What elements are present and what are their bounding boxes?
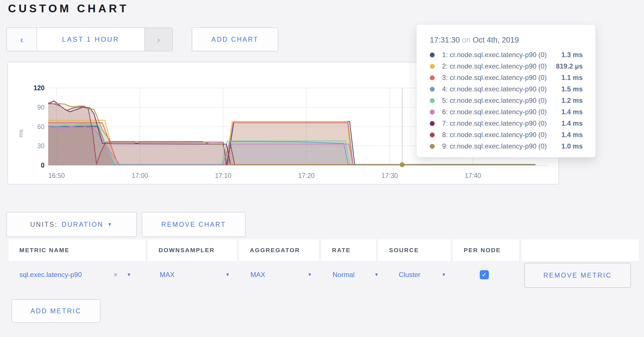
- series-color-dot-icon: [430, 110, 435, 115]
- series-label: 8: cr.node.sql.exec.latency-p90 (0): [442, 131, 561, 139]
- x-tick-label: 16:50: [48, 172, 65, 179]
- series-value: 1.4 ms: [561, 119, 583, 127]
- tooltip-series-row: 8: cr.node.sql.exec.latency-p90 (0)1.4 m…: [430, 129, 583, 141]
- time-range-label[interactable]: LAST 1 HOUR: [37, 28, 144, 51]
- series-label: 7: cr.node.sql.exec.latency-p90 (0): [442, 119, 561, 127]
- units-value: DURATION: [62, 221, 103, 228]
- check-icon: ✓: [482, 271, 487, 278]
- x-tick-label: 17:20: [298, 172, 315, 179]
- y-tick-label: 120: [34, 84, 44, 92]
- col-header-source: SOURCE: [378, 239, 451, 261]
- tooltip-series-row: 7: cr.node.sql.exec.latency-p90 (0)1.4 m…: [430, 118, 583, 129]
- series-value: 1.5 ms: [561, 85, 583, 93]
- series-label: 4: cr.node.sql.exec.latency-p90 (0): [442, 85, 561, 93]
- time-next-button[interactable]: ›: [144, 28, 172, 51]
- col-header-metric-name: METRIC NAME: [9, 239, 145, 261]
- metric-name-select[interactable]: sql.exec.latency-p90: [19, 271, 82, 279]
- series-value: 1.1 ms: [561, 74, 583, 82]
- series-color-dot-icon: [430, 133, 435, 137]
- aggregator-select[interactable]: MAX: [250, 271, 265, 279]
- series-label: 6: cr.node.sql.exec.latency-p90 (0): [442, 108, 561, 116]
- col-header-downsampler: DOWNSAMPLER: [148, 239, 237, 261]
- remove-chart-button[interactable]: REMOVE CHART: [142, 212, 246, 237]
- add-metric-button[interactable]: ADD METRIC: [11, 299, 100, 323]
- chevron-right-icon: ›: [157, 35, 160, 44]
- downsampler-select[interactable]: MAX: [160, 271, 175, 279]
- y-tick-label: 90: [37, 104, 44, 111]
- tooltip-series-row: 9: cr.node.sql.exec.latency-p90 (0)1.0 m…: [430, 141, 583, 152]
- series-color-dot-icon: [430, 121, 435, 126]
- series-color-dot-icon: [430, 87, 435, 92]
- series-label: 1: cr.node.sql.exec.latency-p90 (0): [442, 51, 561, 59]
- y-axis-title: ms: [17, 129, 24, 137]
- x-tick-label: 17:30: [381, 172, 398, 179]
- units-label: UNITS:: [30, 221, 58, 228]
- col-header-aggregator: AGGREGATOR: [239, 239, 319, 261]
- series-label: 9: cr.node.sql.exec.latency-p90 (0): [442, 142, 561, 150]
- tooltip-series-list: 1: cr.node.sql.exec.latency-p90 (0)1.3 m…: [430, 49, 583, 152]
- page-title: CUSTOM CHART: [8, 2, 129, 15]
- series-color-dot-icon: [430, 64, 435, 69]
- source-select[interactable]: Cluster: [399, 271, 420, 279]
- tooltip-timestamp: 17:31:30 on Oct 4th, 2019: [430, 36, 583, 45]
- tooltip-series-row: 6: cr.node.sql.exec.latency-p90 (0)1.4 m…: [430, 106, 583, 118]
- series-value: 1.3 ms: [561, 51, 583, 59]
- source-caret-icon[interactable]: ▼: [442, 271, 446, 277]
- chevron-left-icon: ‹: [20, 35, 23, 44]
- remove-metric-button[interactable]: REMOVE METRIC: [524, 263, 631, 288]
- x-tick-label: 17:00: [131, 172, 148, 179]
- y-tick-label: 30: [37, 142, 44, 150]
- metric-caret-icon[interactable]: ▼: [127, 271, 131, 277]
- tooltip-on-text: on: [462, 36, 471, 44]
- rate-caret-icon[interactable]: ▼: [374, 271, 379, 277]
- chart-hover-tooltip: 17:31:30 on Oct 4th, 2019 1: cr.node.sql…: [416, 25, 596, 157]
- series-color-dot-icon: [430, 98, 435, 103]
- col-header-rate: RATE: [321, 239, 376, 261]
- chevron-down-icon: ▼: [108, 222, 113, 227]
- downsampler-caret-icon[interactable]: ▼: [225, 271, 230, 277]
- col-header-per-node: PER NODE: [453, 239, 519, 261]
- series-value: 819.2 µs: [556, 62, 583, 70]
- clear-metric-icon[interactable]: ×: [114, 271, 118, 279]
- time-range-selector: ‹ LAST 1 HOUR ›: [6, 27, 173, 51]
- series-value: 1.4 ms: [561, 108, 583, 116]
- series-value: 1.2 ms: [561, 97, 583, 105]
- aggregator-caret-icon[interactable]: ▼: [307, 271, 312, 277]
- col-header-actions: [521, 239, 639, 261]
- y-tick-label: 0: [41, 162, 44, 169]
- tooltip-series-row: 2: cr.node.sql.exec.latency-p90 (0)819.2…: [430, 61, 583, 72]
- series-color-dot-icon: [430, 75, 435, 80]
- x-tick-label: 17:10: [215, 172, 231, 179]
- tooltip-time: 17:31:30: [430, 36, 460, 44]
- add-chart-button[interactable]: ADD CHART: [192, 27, 278, 51]
- series-label: 3: cr.node.sql.exec.latency-p90 (0): [442, 74, 561, 82]
- tooltip-series-row: 1: cr.node.sql.exec.latency-p90 (0)1.3 m…: [430, 49, 583, 61]
- time-prev-button[interactable]: ‹: [7, 28, 37, 51]
- y-tick-label: 60: [37, 123, 44, 131]
- series-label: 5: cr.node.sql.exec.latency-p90 (0): [442, 97, 561, 105]
- tooltip-series-row: 5: cr.node.sql.exec.latency-p90 (0)1.2 m…: [430, 95, 583, 106]
- per-node-checkbox[interactable]: ✓: [480, 270, 489, 279]
- rate-select[interactable]: Normal: [333, 271, 355, 279]
- units-dropdown[interactable]: UNITS: DURATION ▼: [6, 212, 137, 237]
- tooltip-series-row: 3: cr.node.sql.exec.latency-p90 (0)1.1 m…: [430, 72, 583, 83]
- tooltip-series-row: 4: cr.node.sql.exec.latency-p90 (0)1.5 m…: [430, 83, 583, 95]
- series-color-dot-icon: [430, 53, 435, 57]
- tooltip-date: Oct 4th, 2019: [473, 36, 519, 44]
- hover-point: [400, 162, 405, 167]
- x-tick-label: 17:40: [465, 172, 481, 179]
- series-color-dot-icon: [430, 144, 435, 149]
- series-label: 2: cr.node.sql.exec.latency-p90 (0): [442, 62, 556, 70]
- series-value: 1.4 ms: [561, 131, 583, 139]
- series-value: 1.0 ms: [561, 142, 583, 150]
